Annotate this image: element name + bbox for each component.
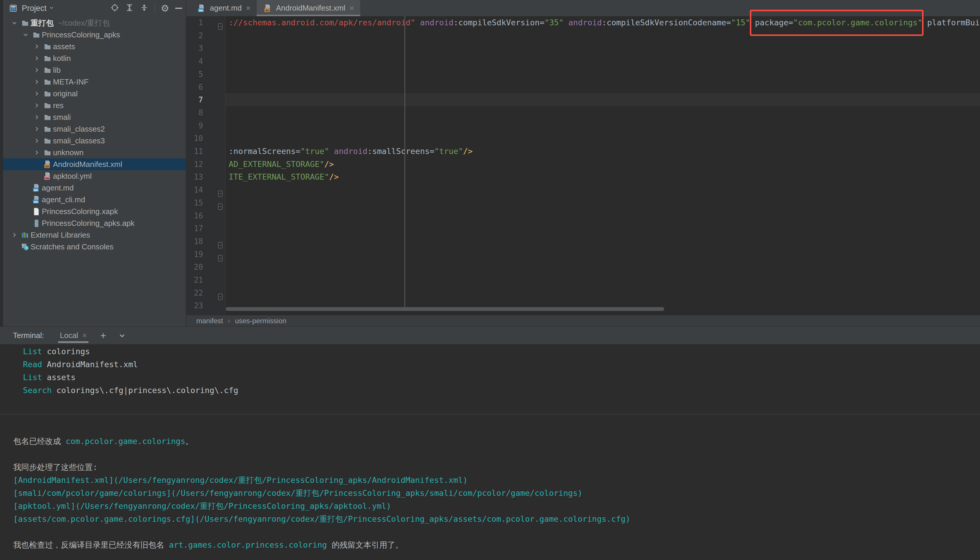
chevron-right-icon[interactable] — [31, 90, 42, 97]
line-number-21: 21 — [186, 273, 203, 287]
tree-item-重打包[interactable]: 重打包~/codex/重打包 — [3, 17, 186, 29]
tree-item-res[interactable]: res — [3, 100, 186, 111]
chevron-down-icon[interactable] — [48, 4, 55, 12]
tree-item-agent-md[interactable]: MDagent.md — [3, 182, 186, 194]
terminal-content[interactable]: List coloringsRead AndroidManifest.xmlLi… — [0, 345, 980, 552]
tree-item-label: res — [53, 101, 63, 110]
tree-item-path-hint: ~/codex/重打包 — [58, 18, 110, 28]
code-token: AD_EXTERNAL_STORAGE" — [229, 160, 324, 169]
code-token — [563, 18, 568, 27]
chevron-right-icon[interactable] — [31, 102, 42, 109]
terminal-text: 我也检查过，反编译目录里已经没有旧包名 — [13, 540, 169, 549]
tree-item-label: original — [53, 89, 78, 98]
terminal-accent-text: [smali/com/pcolor/game/colorings](/Users… — [13, 488, 582, 498]
folder-icon — [42, 78, 52, 86]
new-terminal-icon[interactable]: + — [100, 330, 106, 341]
chevron-right-icon[interactable] — [31, 78, 42, 85]
chevron-down-icon[interactable] — [118, 332, 126, 340]
chevron-right-icon[interactable] — [31, 113, 42, 121]
scratches-icon — [20, 243, 30, 251]
terminal-text: 的残留文本引用了。 — [327, 540, 403, 549]
code-token: :compileSdkVersionCodename= — [602, 18, 731, 27]
chevron-right-icon[interactable] — [31, 125, 42, 132]
chevron-right-icon[interactable] — [31, 137, 42, 144]
tree-item-apktool-yml[interactable]: YMLapktool.yml — [3, 170, 186, 182]
tab-agent-md[interactable]: MD agent.md × — [190, 0, 257, 16]
collapse-all-icon[interactable] — [140, 3, 149, 13]
command-verb: List — [23, 373, 42, 382]
tree-item-androidmanifest-xml[interactable]: <>AndroidManifest.xml — [3, 158, 186, 170]
line-number-12: 12 — [186, 158, 203, 171]
fold-marker-icon[interactable] — [218, 242, 223, 248]
close-icon[interactable]: × — [349, 4, 354, 12]
chevron-down-icon[interactable] — [9, 20, 20, 27]
tree-item-label: unknown — [53, 148, 83, 157]
chevron-right-icon[interactable] — [31, 43, 42, 50]
breadcrumb-item-manifest[interactable]: manifest — [196, 317, 223, 325]
horizontal-scrollbar[interactable] — [226, 307, 664, 311]
tree-item-scratches-and-consoles[interactable]: Scratches and Consoles — [3, 241, 186, 253]
command-arg: colorings\.cfg|princess\.coloring\.cfg — [52, 386, 238, 395]
tree-item-kotlin[interactable]: kotlin — [3, 52, 186, 64]
chevron-right-icon[interactable] — [9, 232, 20, 238]
chevron-right-icon[interactable] — [31, 55, 42, 62]
toolbar-divider — [154, 4, 155, 13]
tree-item-smali-classes2[interactable]: smali_classes2 — [3, 123, 186, 135]
terminal-command-line: List colorings — [23, 345, 980, 358]
tree-item-princesscoloring-apks-apk[interactable]: PrincessColoring_apks.apk — [3, 217, 186, 229]
tree-item-smali[interactable]: smali — [3, 111, 186, 123]
code-token: ://schemas.android.com/apk/res/android" — [229, 18, 415, 27]
tab-androidmanifest-xml[interactable]: <> AndroidManifest.xml × — [257, 0, 360, 16]
line-number-13: 13 — [186, 170, 203, 183]
tree-item-smali-classes3[interactable]: smali_classes3 — [3, 135, 186, 147]
tree-item-unknown[interactable]: unknown — [3, 147, 186, 158]
panel-title[interactable]: Project — [22, 4, 47, 13]
line-number-16: 16 — [186, 209, 203, 222]
tree-item-original[interactable]: original — [3, 88, 186, 100]
line-number-2: 2 — [186, 29, 203, 42]
tab-label: AndroidManifest.xml — [276, 3, 345, 13]
fold-marker-icon[interactable] — [218, 293, 223, 300]
tree-item-label: 重打包 — [31, 18, 53, 28]
fold-marker-icon[interactable] — [218, 23, 223, 30]
close-icon[interactable]: × — [82, 331, 87, 340]
tree-item-princesscoloring-xapk[interactable]: PrincessColoring.xapk — [3, 205, 186, 217]
tree-item-lib[interactable]: lib — [3, 64, 186, 76]
code-token: :smallScreens= — [367, 147, 434, 156]
code-token: :normalScreens= — [229, 147, 301, 156]
folder-icon — [42, 125, 52, 133]
fold-marker-icon[interactable] — [218, 190, 223, 197]
command-verb: List — [23, 347, 42, 356]
project-panel: Project ⚙ 重打包~/codex/重打包PrincessColoring… — [3, 0, 186, 326]
tree-item-agent-cli-md[interactable]: MDagent_cli.md — [3, 194, 186, 205]
chevron-right-icon[interactable] — [31, 67, 42, 73]
command-verb: Read — [23, 360, 42, 369]
line-number-8: 8 — [186, 106, 203, 119]
chevron-down-icon[interactable] — [20, 31, 31, 38]
line-number-10: 10 — [186, 132, 203, 145]
fold-marker-icon[interactable] — [218, 203, 223, 210]
tree-item-meta-inf[interactable]: META-INF — [3, 76, 186, 88]
locate-icon[interactable] — [110, 3, 119, 13]
close-icon[interactable]: × — [246, 4, 251, 12]
terminal-tab-label: Local — [60, 331, 78, 340]
tree-item-princesscoloring-apks[interactable]: PrincessColoring_apks — [3, 29, 186, 41]
terminal-command-line: Search colorings\.cfg|princess\.coloring… — [23, 384, 980, 397]
tree-item-assets[interactable]: assets — [3, 41, 186, 52]
breadcrumb-item-uses-permission[interactable]: uses-permission — [235, 317, 286, 325]
code-token: android — [334, 147, 367, 156]
hide-panel-icon[interactable] — [175, 8, 182, 9]
expand-all-icon[interactable] — [125, 3, 134, 13]
line-number-19: 19 — [186, 248, 203, 261]
folder-icon — [42, 55, 52, 62]
chevron-right-icon[interactable] — [31, 149, 42, 156]
folder-icon — [20, 19, 30, 27]
code-token: /> — [324, 160, 334, 169]
settings-gear-icon[interactable]: ⚙ — [161, 3, 169, 13]
terminal-tab-local[interactable]: Local × — [58, 327, 88, 344]
code-editor[interactable]: 1234567891011121314151617181920212223 :/… — [186, 16, 980, 315]
fold-marker-icon[interactable] — [218, 255, 223, 262]
tree-item-external-libraries[interactable]: External Libraries — [3, 229, 186, 241]
terminal-output-line: 我同步处理了这些位置: — [13, 461, 980, 474]
code-token: /> — [463, 147, 473, 156]
